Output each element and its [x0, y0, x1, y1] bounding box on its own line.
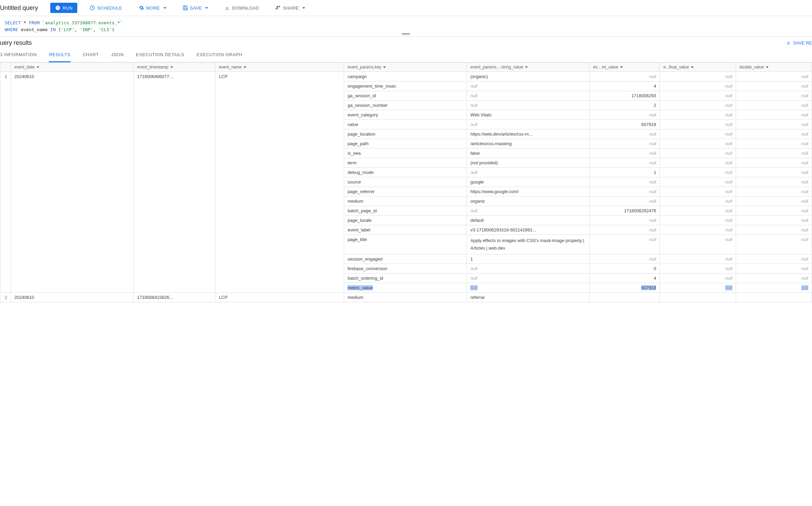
table-row: 2 20240610 1718006415826... LCP medium r…	[0, 293, 812, 302]
null-value: null	[801, 218, 808, 223]
cell-event-date: 20240610	[11, 293, 133, 302]
header-label: double_value	[739, 65, 764, 69]
share-icon	[275, 5, 281, 11]
tab-execution-details[interactable]: EXECUTION DETAILS	[136, 48, 184, 62]
null-value: null	[801, 84, 808, 89]
cell-key: page_referrer	[344, 187, 467, 197]
share-button[interactable]: SHARE	[271, 3, 309, 13]
col-rownum[interactable]	[0, 63, 11, 72]
cell-string-value: google	[467, 177, 590, 187]
cell-int-value: null	[590, 177, 660, 187]
tab-information[interactable]: 3 INFORMATION	[0, 48, 37, 62]
col-int-value[interactable]: ev... int_value	[590, 63, 660, 72]
cell-float-value: null	[660, 120, 736, 129]
save-button[interactable]: SAVE	[179, 3, 212, 13]
results-tabs: 3 INFORMATION RESULTS CHART JSON EXECUTI…	[0, 48, 812, 62]
col-key[interactable]: event_params.key	[344, 63, 467, 72]
col-event-timestamp[interactable]: event_timestamp	[133, 63, 215, 72]
null-value: null	[649, 199, 656, 204]
cell-string-value: v3-1718006293318-602142891...	[467, 225, 590, 235]
sql-text: )	[112, 27, 115, 32]
more-button[interactable]: MORE	[134, 3, 170, 13]
sql-table: `analytics_337268677.events_*`	[40, 20, 123, 25]
cell-string-value: (organic)	[467, 72, 590, 81]
cell-double-value: null	[736, 235, 812, 254]
col-float-value[interactable]: e...float_value	[660, 63, 736, 72]
null-value: null	[801, 122, 808, 127]
tab-chart[interactable]: CHART	[83, 48, 99, 62]
cell-key: value	[344, 120, 467, 129]
null-value: null	[649, 237, 656, 242]
null-value: null	[470, 103, 477, 108]
caret-down-icon	[163, 7, 166, 9]
cell-key: batch_page_id	[344, 206, 467, 216]
null-value: null	[725, 170, 732, 175]
cell-float-value: null	[660, 283, 736, 293]
cell-event-timestamp: 1718006406077...	[133, 72, 215, 293]
clock-icon	[90, 5, 95, 11]
cell-double-value: null	[736, 197, 812, 206]
cell-float-value: null	[660, 168, 736, 177]
sort-icon	[244, 66, 246, 68]
results-header: uery results SAVE RE	[0, 36, 812, 48]
null-value: null	[801, 74, 808, 79]
tab-results[interactable]: RESULTS	[49, 48, 70, 62]
col-event-date[interactable]: event_date	[11, 63, 133, 72]
cell-float-value: null	[660, 81, 736, 91]
cell-string-value: null	[467, 81, 590, 91]
col-double-value[interactable]: double_value	[736, 63, 812, 72]
null-value: null	[801, 227, 808, 232]
cell-event-timestamp: 1718006415826...	[133, 293, 215, 302]
sort-icon	[170, 66, 173, 68]
table-row: 1202406101718006406077...LCPcampaign(org…	[0, 72, 812, 81]
null-value: null	[801, 103, 808, 108]
cell-double-value: null	[736, 264, 812, 274]
col-string-value[interactable]: event_params... string_value	[467, 63, 590, 72]
cell-key: term	[344, 158, 467, 168]
sql-string: 'LCP'	[61, 27, 74, 32]
tab-json[interactable]: JSON	[111, 48, 124, 62]
cell-string-value: 1	[467, 254, 590, 264]
cell-string-value: null	[467, 274, 590, 283]
cell-float-value: null	[660, 158, 736, 168]
cell-key: source	[344, 177, 467, 187]
null-value: null	[470, 84, 477, 89]
cell-int-value: null	[590, 225, 660, 235]
save-results-button[interactable]: SAVE RE	[786, 40, 812, 46]
results-table: event_date event_timestamp event_name ev…	[0, 62, 812, 302]
cell-float-value: null	[660, 235, 736, 254]
gear-icon	[139, 5, 144, 11]
cell-int-value: null	[590, 197, 660, 206]
null-value: null	[470, 276, 477, 281]
sql-text: ,	[93, 27, 99, 32]
schedule-button[interactable]: SCHEDULE	[86, 3, 126, 13]
sql-keyword: FROM	[29, 20, 39, 25]
results-table-wrap[interactable]: event_date event_timestamp event_name ev…	[0, 62, 812, 302]
null-value: null	[470, 266, 477, 271]
tab-execution-graph[interactable]: EXECUTION GRAPH	[197, 48, 242, 62]
null-value: null	[649, 160, 656, 165]
sort-icon	[37, 66, 39, 68]
cell-string-value: /articles/css-masking	[467, 139, 590, 149]
cell-key: firebase_conversion	[344, 264, 467, 274]
cell-double-value: null	[736, 72, 812, 81]
sort-icon	[383, 66, 386, 68]
null-value: null	[801, 160, 808, 165]
sql-text: *	[21, 20, 29, 25]
cell-string-value: false	[467, 149, 590, 158]
col-event-name[interactable]: event_name	[215, 63, 344, 72]
null-value: null	[725, 141, 732, 146]
null-value: null	[801, 141, 808, 146]
null-value: null	[470, 208, 477, 213]
cell-float-value: null	[660, 225, 736, 235]
cell-string-value: null	[467, 206, 590, 216]
run-button[interactable]: RUN	[50, 3, 77, 13]
download-button-label: DOWNLOAD	[232, 5, 259, 11]
download-button[interactable]: DOWNLOAD	[220, 3, 263, 13]
cell-string-value: null	[467, 168, 590, 177]
sql-text: (	[56, 27, 61, 32]
cell-double-value	[736, 293, 812, 302]
null-value: null	[801, 285, 808, 290]
null-value: null	[801, 276, 808, 281]
cell-string-value: referral	[467, 293, 590, 302]
